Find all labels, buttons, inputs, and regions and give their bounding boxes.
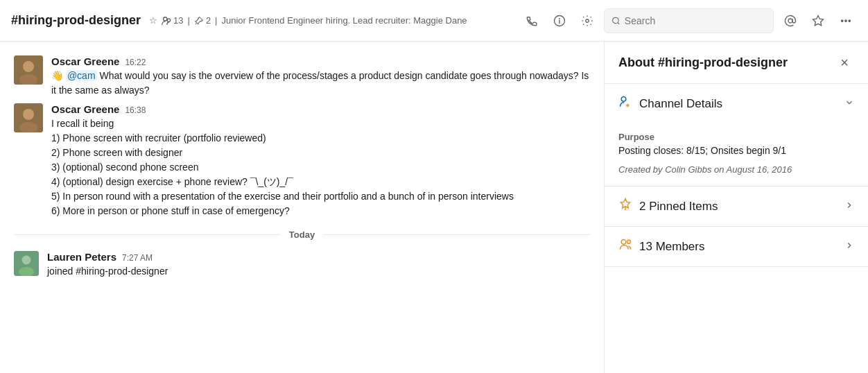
svg-point-15 xyxy=(23,61,34,72)
panel-header: About #hiring-prod-designer × xyxy=(605,42,868,84)
channel-details-header[interactable]: Channel Details xyxy=(605,84,868,123)
today-divider: Today xyxy=(0,221,604,248)
pinned-items-chevron xyxy=(844,200,854,212)
at-button[interactable] xyxy=(779,10,801,32)
pinned-items-label: 2 Pinned Items xyxy=(639,200,718,214)
message-1: Oscar Greene 16:22 👋 @cam What would you… xyxy=(0,53,604,101)
msg-time-today: 7:27 AM xyxy=(122,253,153,263)
divider-line-left xyxy=(14,234,281,235)
svg-point-23 xyxy=(621,97,626,102)
msg-time-2: 16:38 xyxy=(125,105,146,115)
svg-line-8 xyxy=(618,22,619,24)
svg-point-0 xyxy=(164,17,167,20)
purpose-label: Purpose xyxy=(618,132,854,142)
members-header[interactable]: 13 Members xyxy=(605,227,868,266)
divider-line-right xyxy=(323,234,590,235)
channel-details-left: Channel Details xyxy=(618,95,722,112)
pin-count-meta: 2 xyxy=(194,15,211,26)
svg-point-7 xyxy=(613,17,619,24)
channel-details-label: Channel Details xyxy=(639,97,722,111)
close-panel-button[interactable]: × xyxy=(835,53,854,72)
created-text: Created by Colin Gibbs on August 16, 201… xyxy=(618,164,854,175)
msg-author-2: Oscar Greene xyxy=(51,103,119,115)
members-section: 13 Members xyxy=(605,227,868,267)
avatar-oscar-2 xyxy=(14,103,43,132)
channel-description: Junior Frontend Engineer hiring. Lead re… xyxy=(222,15,467,26)
star-icon[interactable]: ☆ xyxy=(149,15,157,26)
svg-point-1 xyxy=(167,18,170,21)
channel-header: #hiring-prod-designer ☆ 13 | 2 | Junior … xyxy=(0,0,868,42)
avatar-oscar-1 xyxy=(14,55,43,85)
pinned-items-left: 2 Pinned Items xyxy=(618,198,718,215)
search-icon xyxy=(611,16,620,26)
svg-point-6 xyxy=(586,19,589,22)
channel-details-chevron xyxy=(844,98,854,110)
svg-line-2 xyxy=(196,23,197,24)
phone-button[interactable] xyxy=(521,10,543,32)
messages-list: Oscar Greene 16:22 👋 @cam What would you… xyxy=(0,42,604,373)
channel-details-section: Channel Details Purpose Posting closes: … xyxy=(605,84,868,186)
msg-content-1: Oscar Greene 16:22 👋 @cam What would you… xyxy=(51,55,590,98)
pinned-items-section: 2 Pinned Items xyxy=(605,186,868,227)
svg-point-21 xyxy=(22,256,31,265)
msg-content-today: Lauren Peters 7:27 AM joined #hiring-pro… xyxy=(47,251,590,279)
svg-marker-10 xyxy=(813,15,824,25)
svg-point-12 xyxy=(845,19,847,21)
svg-point-26 xyxy=(627,240,631,243)
star-button[interactable] xyxy=(807,10,829,32)
svg-point-18 xyxy=(23,109,34,120)
svg-point-9 xyxy=(788,19,792,23)
msg-header-2: Oscar Greene 16:38 xyxy=(51,103,590,115)
info-button[interactable] xyxy=(548,10,571,32)
svg-point-25 xyxy=(621,240,626,245)
svg-point-13 xyxy=(849,19,850,21)
members-chevron xyxy=(844,241,854,252)
msg-header-1: Oscar Greene 16:22 xyxy=(51,55,590,67)
channel-name: #hiring-prod-designer xyxy=(11,13,141,28)
main-content: Oscar Greene 16:22 👋 @cam What would you… xyxy=(0,42,868,373)
separator-1: | xyxy=(187,15,189,26)
members-label: 13 Members xyxy=(639,240,704,254)
more-button[interactable] xyxy=(835,10,857,32)
member-count-meta: 13 xyxy=(162,15,183,26)
mention-cam: @cam xyxy=(66,70,97,81)
pinned-items-header[interactable]: 2 Pinned Items xyxy=(605,186,868,226)
svg-point-11 xyxy=(842,19,843,21)
msg-time-1: 16:22 xyxy=(125,58,146,67)
search-bar[interactable] xyxy=(604,8,774,33)
msg-text-today: joined #hiring-prod-designer xyxy=(47,264,590,279)
avatar-lauren xyxy=(14,251,39,276)
search-input[interactable] xyxy=(625,15,766,26)
purpose-value: Posting closes: 8/15; Onsites begin 9/1 xyxy=(618,145,854,156)
message-today: Lauren Peters 7:27 AM joined #hiring-pro… xyxy=(0,248,604,281)
channel-details-icon xyxy=(618,95,632,112)
pinned-items-icon xyxy=(618,198,632,215)
channel-details-body: Purpose Posting closes: 8/15; Onsites be… xyxy=(605,132,868,186)
settings-button[interactable] xyxy=(576,10,598,32)
message-2: Oscar Greene 16:38 I recall it being 1) … xyxy=(0,101,604,221)
separator-2: | xyxy=(215,15,217,26)
msg-author-1: Oscar Greene xyxy=(51,55,119,67)
msg-content-2: Oscar Greene 16:38 I recall it being 1) … xyxy=(51,103,590,218)
header-actions xyxy=(521,8,857,33)
divider-label: Today xyxy=(289,229,315,240)
right-panel: About #hiring-prod-designer × Channel De… xyxy=(605,42,868,373)
members-left: 13 Members xyxy=(618,238,704,255)
msg-text-2: I recall it being 1) Phone screen with r… xyxy=(51,116,590,218)
chat-area: Oscar Greene 16:22 👋 @cam What would you… xyxy=(0,42,605,373)
channel-meta: ☆ 13 | 2 | Junior Frontend Engineer hiri… xyxy=(149,15,521,26)
members-icon xyxy=(618,238,632,255)
msg-header-today: Lauren Peters 7:27 AM xyxy=(47,251,590,263)
msg-text-1: 👋 @cam What would you say is the overvie… xyxy=(51,69,590,98)
panel-title: About #hiring-prod-designer xyxy=(618,55,788,70)
msg-author-today: Lauren Peters xyxy=(47,251,116,263)
